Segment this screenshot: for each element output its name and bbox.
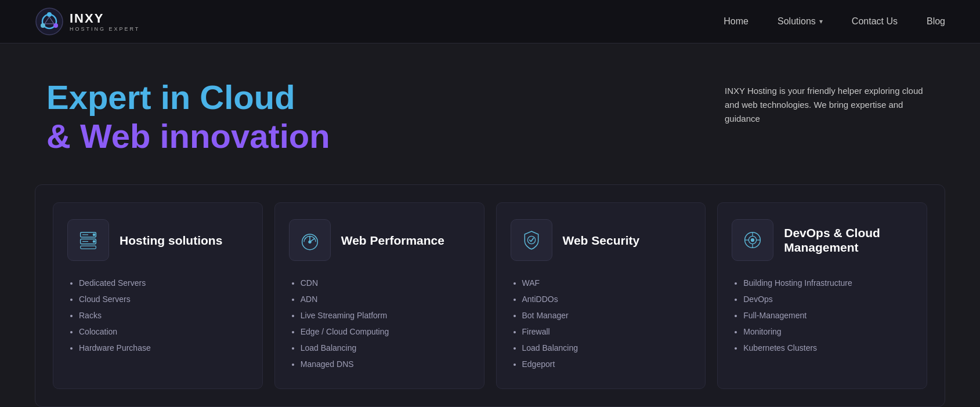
card-performance[interactable]: Web PerformanceCDNADNLive Streaming Plat… [274,202,484,389]
security-icon [511,219,552,261]
chevron-down-icon: ▾ [819,17,823,26]
hero-title-line2: & Web innovation [46,117,330,155]
card-title-devops: DevOps & Cloud Management [784,226,913,255]
card-list-hosting: Dedicated ServersCloud ServersRacksColoc… [67,275,248,356]
list-item[interactable]: Managed DNS [301,356,470,372]
list-item[interactable]: Kubernetes Clusters [743,340,913,356]
card-list-security: WAFAntiDDOsBot ManagerFirewallLoad Balan… [511,275,692,372]
svg-rect-10 [81,246,96,249]
card-list-devops: Building Hosting InfrastructureDevOpsFul… [732,275,913,356]
logo-icon [35,7,64,36]
performance-icon [289,219,331,261]
list-item[interactable]: Monitoring [743,324,913,340]
nav-home[interactable]: Home [724,16,748,27]
card-header-security: Web Security [511,219,692,261]
svg-point-2 [47,12,52,17]
list-item[interactable]: Colocation [79,324,248,340]
logo-text: INXY HOSTING EXPERT [70,11,140,32]
card-devops[interactable]: DevOps & Cloud ManagementBuilding Hostin… [717,202,927,389]
list-item[interactable]: CDN [301,275,470,291]
list-item[interactable]: Edge / Cloud Computing [301,324,470,340]
list-item[interactable]: Load Balancing [301,340,470,356]
list-item[interactable]: Hardware Purchase [79,340,248,356]
svg-point-3 [53,23,58,28]
card-title-security: Web Security [563,233,640,248]
nav-solutions[interactable]: Solutions ▾ [778,16,823,27]
list-item[interactable]: WAF [522,275,692,291]
card-header-performance: Web Performance [289,219,470,261]
svg-point-11 [93,234,95,236]
card-header-hosting: Hosting solutions [67,219,248,261]
card-title-performance: Web Performance [341,233,444,248]
nav-contact[interactable]: Contact Us [852,16,898,27]
list-item[interactable]: ADN [301,291,470,307]
list-item[interactable]: Full-Management [743,307,913,324]
list-item[interactable]: Racks [79,307,248,324]
card-security[interactable]: Web SecurityWAFAntiDDOsBot ManagerFirewa… [496,202,706,389]
svg-point-0 [36,8,63,35]
list-item[interactable]: DevOps [743,291,913,307]
navbar: INXY HOSTING EXPERT Home Solutions ▾ Con… [0,0,980,43]
svg-point-12 [93,241,95,242]
cards-container: Hosting solutionsDedicated ServersCloud … [35,184,945,407]
nav-blog[interactable]: Blog [927,16,945,27]
svg-point-18 [309,241,311,244]
list-item[interactable]: AntiDDOs [522,291,692,307]
list-item[interactable]: Cloud Servers [79,291,248,307]
hero-description: INXY Hosting is your friendly helper exp… [725,78,934,126]
devops-icon [732,219,773,261]
list-item[interactable]: Dedicated Servers [79,275,248,291]
list-item[interactable]: Edgeport [522,356,692,372]
card-header-devops: DevOps & Cloud Management [732,219,913,261]
logo-inxy-text: INXY [70,11,140,26]
list-item[interactable]: Bot Manager [522,307,692,324]
hero-title: Expert in Cloud & Web innovation [46,78,330,155]
svg-point-4 [41,23,45,28]
logo-subtitle-text: HOSTING EXPERT [70,26,140,32]
list-item[interactable]: Building Hosting Infrastructure [743,275,913,291]
card-list-performance: CDNADNLive Streaming PlatformEdge / Clou… [289,275,470,372]
nav-links: Home Solutions ▾ Contact Us Blog [724,16,945,27]
list-item[interactable]: Firewall [522,324,692,340]
logo: INXY HOSTING EXPERT [35,7,140,36]
hero-section: Expert in Cloud & Web innovation INXY Ho… [0,43,980,179]
card-title-hosting: Hosting solutions [120,233,222,248]
svg-point-22 [751,239,754,242]
list-item[interactable]: Load Balancing [522,340,692,356]
hero-title-line1: Expert in Cloud [46,78,295,116]
card-hosting[interactable]: Hosting solutionsDedicated ServersCloud … [53,202,263,389]
hosting-icon [67,219,109,261]
list-item[interactable]: Live Streaming Platform [301,307,470,324]
hero-title-area: Expert in Cloud & Web innovation [46,78,330,155]
